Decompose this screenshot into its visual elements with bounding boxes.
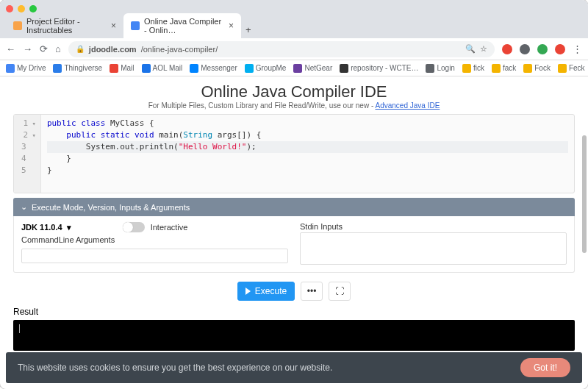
extension-icons: ⋮: [502, 43, 582, 54]
tab-favicon: [131, 21, 140, 30]
url-path: /online-java-compiler/: [141, 45, 218, 54]
stdin-label: Stdin Inputs: [300, 222, 567, 231]
execute-panel-header[interactable]: ⌄ Execute Mode, Version, Inputs & Argume…: [13, 198, 575, 216]
nav-back-button[interactable]: ←: [6, 43, 15, 54]
bookmark-item[interactable]: repository - WCTE…: [340, 64, 418, 73]
editor-code[interactable]: public class MyClass { public static voi…: [41, 115, 574, 193]
zoom-icon[interactable]: 🔍: [465, 44, 476, 54]
tab-close-button[interactable]: ×: [229, 21, 234, 31]
nav-reload-button[interactable]: ⟳: [40, 43, 48, 54]
bookmark-item[interactable]: Fock: [523, 64, 551, 73]
execute-panel-body: JDK 11.0.4 ▾ Interactive CommandLine Arg…: [13, 216, 575, 273]
execute-button[interactable]: Execute: [237, 282, 295, 301]
bookmark-favicon: [6, 64, 15, 73]
address-bar: ← → ⟳ ⌂ 🔒 jdoodle.com/online-java-compil…: [0, 38, 588, 60]
bookmark-favicon: [523, 64, 532, 73]
bookmark-item[interactable]: fick: [462, 64, 484, 73]
bookmark-item[interactable]: Mail: [110, 64, 134, 73]
code-editor[interactable]: 1 ▾2 ▾3 4 5 public class MyClass { publi…: [13, 114, 575, 193]
window-maximize-button[interactable]: [29, 5, 37, 13]
extension-icon[interactable]: [537, 44, 548, 54]
bookmarks-bar: My DriveThingiverseMailAOL MailMessenger…: [0, 60, 588, 76]
bookmark-item[interactable]: Messenger: [190, 64, 237, 73]
bookmark-favicon: [53, 64, 62, 73]
bookmark-item[interactable]: fack: [492, 64, 516, 73]
page-content: Online Java Compiler IDE For Multiple Fi…: [0, 76, 588, 369]
interactive-label: Interactive: [151, 223, 188, 232]
star-icon[interactable]: ☆: [480, 44, 487, 54]
bookmark-favicon: [245, 64, 254, 73]
url-input[interactable]: 🔒 jdoodle.com/online-java-compiler/ 🔍 ☆: [68, 41, 495, 57]
result-output: [13, 320, 575, 351]
extension-icon[interactable]: [502, 44, 512, 54]
browser-tab[interactable]: Project Editor - Instructables×: [6, 13, 123, 38]
bookmark-favicon: [492, 64, 501, 73]
cli-arguments-label: CommandLine Arguments: [21, 235, 288, 244]
more-button[interactable]: •••: [301, 282, 323, 301]
caret-down-icon: ▾: [67, 223, 71, 232]
cookie-banner: This website uses cookies to ensure you …: [6, 352, 582, 383]
bookmark-favicon: [558, 64, 567, 73]
extension-icon[interactable]: [555, 44, 565, 54]
url-host: jdoodle.com: [89, 45, 137, 54]
bookmark-favicon: [142, 64, 151, 73]
chevron-down-icon: ⌄: [21, 202, 27, 212]
bookmark-favicon: [293, 64, 302, 73]
lock-icon: 🔒: [76, 45, 85, 53]
result-label: Result: [13, 307, 575, 317]
bookmark-favicon: [340, 64, 348, 73]
nav-home-button[interactable]: ⌂: [55, 43, 61, 54]
new-tab-button[interactable]: +: [241, 21, 256, 38]
window-minimize-button[interactable]: [18, 5, 25, 13]
cookie-text: This website uses cookies to ensure you …: [18, 363, 332, 373]
browser-chrome: Project Editor - Instructables×Online Ja…: [0, 0, 588, 76]
bookmark-item[interactable]: My Drive: [6, 64, 46, 73]
bookmark-item[interactable]: AOL Mail: [142, 64, 183, 73]
cli-arguments-input[interactable]: [21, 249, 288, 263]
bookmark-favicon: [426, 64, 434, 73]
action-buttons: Execute ••• ⛶: [13, 282, 575, 301]
menu-icon[interactable]: ⋮: [573, 43, 582, 54]
bookmark-item[interactable]: Thingiverse: [53, 64, 102, 73]
interactive-toggle[interactable]: [123, 222, 145, 232]
bookmark-item[interactable]: Login: [426, 64, 454, 73]
play-icon: [245, 288, 251, 295]
window-close-button[interactable]: [6, 5, 13, 13]
bookmark-item[interactable]: NetGear: [293, 64, 332, 73]
bookmark-favicon: [110, 64, 118, 73]
stdin-input[interactable]: [300, 232, 567, 265]
cookie-accept-button[interactable]: Got it!: [520, 358, 570, 377]
advanced-ide-link[interactable]: Advanced Java IDE: [376, 101, 440, 110]
nav-forward-button[interactable]: →: [23, 43, 32, 54]
extension-icon[interactable]: [520, 44, 530, 54]
tab-strip: Project Editor - Instructables×Online Ja…: [0, 18, 588, 38]
tab-close-button[interactable]: ×: [111, 21, 116, 31]
page-subtitle: For Multiple Files, Custom Library and F…: [13, 101, 575, 110]
bookmark-item[interactable]: Feck: [558, 64, 585, 73]
page-title: Online Java Compiler IDE: [13, 82, 575, 101]
bookmark-favicon: [462, 64, 471, 73]
bookmark-favicon: [190, 64, 198, 73]
tab-favicon: [13, 21, 22, 30]
jdk-version-dropdown[interactable]: JDK 11.0.4 ▾: [21, 223, 71, 232]
fullscreen-button[interactable]: ⛶: [329, 282, 351, 301]
bookmark-item[interactable]: GroupMe: [245, 64, 287, 73]
scrollbar[interactable]: [582, 135, 587, 253]
browser-tab[interactable]: Online Java Compiler - Onlin…×: [123, 13, 241, 38]
editor-gutter: 1 ▾2 ▾3 4 5: [14, 115, 41, 193]
